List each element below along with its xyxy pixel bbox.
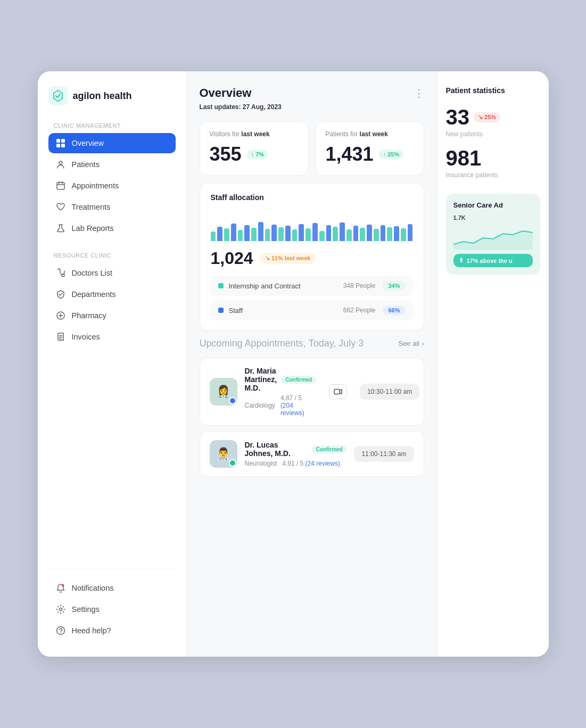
svg-rect-2 <box>61 139 65 143</box>
sidebar-bottom: Notifications Settings Heed help? <box>48 569 176 642</box>
clinic-management-section: Clinic Management Overview Patients <box>48 122 176 239</box>
bar-2 <box>224 228 229 241</box>
bar-9 <box>271 225 277 241</box>
doctor-avatar-1: 👨‍⚕️ <box>210 440 237 468</box>
svg-rect-3 <box>56 144 60 147</box>
appointment-card-1: 👨‍⚕️ Dr. Lucas Johnes, M.D. Confirmed Ne… <box>200 431 424 477</box>
sidebar-item-pharmacy[interactable]: Pharmacy <box>48 305 176 326</box>
new-patients-badge: ↘ 25% <box>474 112 500 122</box>
video-call-button-0[interactable] <box>329 384 347 399</box>
staff-dot <box>218 308 224 313</box>
app-logo-icon <box>48 86 68 105</box>
staff-label: Staff <box>229 307 243 315</box>
doctor-info-0: Dr. Maria Martinez, M.D. Confirmed Cardi… <box>245 367 317 417</box>
question-icon <box>56 626 65 635</box>
doctor-reviews-0[interactable]: (204 reviews) <box>280 402 304 417</box>
sidebar-item-appointments[interactable]: Appointments <box>48 176 176 196</box>
sidebar-item-notifications[interactable]: Notifications <box>48 578 176 598</box>
staff-pct: 66% <box>383 305 405 315</box>
sidebar-item-departments[interactable]: Departments <box>48 284 176 304</box>
bar-4 <box>238 230 243 241</box>
sidebar-pharmacy-label: Pharmacy <box>72 311 106 320</box>
sidebar-item-doctors-list[interactable]: Doctors List <box>48 263 176 283</box>
sidebar-patients-label: Patients <box>72 160 100 169</box>
bar-16 <box>319 231 325 241</box>
logo-area: agilon health <box>48 86 176 105</box>
patients-card: Patients for last week 1,431 ↑ 25% <box>316 121 424 176</box>
appointments-header: Upcoming Appointments, Today, July 3 See… <box>200 338 424 349</box>
sidebar-lab-label: Lab Reports <box>72 224 114 233</box>
doctor-specialty-0: Cardiology <box>245 402 275 409</box>
patients-label: Patients for last week <box>326 130 414 138</box>
senior-care-title: Senior Care Ad <box>453 201 533 209</box>
bar-10 <box>278 227 284 241</box>
bar-28 <box>401 228 406 241</box>
bar-20 <box>346 229 352 241</box>
doctor-info-1: Dr. Lucas Johnes, M.D. Confirmed Neurolo… <box>245 441 347 467</box>
confirmed-badge-0: Confirmed <box>281 376 316 384</box>
allocation-badge: ↘ 11% last week <box>260 253 316 264</box>
bar-6 <box>251 228 257 241</box>
heart-icon <box>56 202 65 212</box>
update-date: 27 Aug, 2023 <box>243 103 282 111</box>
sidebar-item-lab-reports[interactable]: Lab Reports <box>48 218 176 238</box>
more-options-button[interactable]: ⋮ <box>414 87 424 100</box>
new-patients-num: 33 <box>446 105 470 129</box>
app-name: agilon health <box>73 90 132 102</box>
bar-25 <box>381 225 386 241</box>
staff-allocation-card: Staff allocation 1,024 ↘ 11% last week I… <box>200 183 424 330</box>
patient-stats-title: Patient statistics <box>446 86 540 95</box>
visitors-value: 355 ↑ 7% <box>210 143 298 166</box>
sidebar-settings-label: Settings <box>72 605 100 614</box>
sidebar-item-treatments[interactable]: Treatments <box>48 197 176 217</box>
breakdown-internship: Internship and Contract 348 People 34% <box>211 276 413 296</box>
gear-icon <box>56 605 65 614</box>
breakdown-staff: Staff 662 People 66% <box>211 300 413 320</box>
appointments-title: Upcoming Appointments, Today, July 3 <box>200 338 364 349</box>
appointment-time-1: 11:00-11:30 am <box>354 446 414 462</box>
insurance-num: 981 <box>446 146 482 170</box>
visitors-card: Visitors for last week 355 ↑ 7% <box>200 121 308 176</box>
pill-icon <box>56 311 65 320</box>
appointment-card-0: 👩‍⚕️ Dr. Maria Martinez, M.D. Confirmed … <box>200 358 424 426</box>
confirmed-badge-1: Confirmed <box>311 445 346 453</box>
shield-icon <box>56 289 65 299</box>
doctor-name-0: Dr. Maria Martinez, M.D. <box>245 367 277 392</box>
sidebar-item-help[interactable]: Heed help? <box>48 621 176 641</box>
sidebar-item-overview[interactable]: Overview <box>48 133 176 153</box>
patients-badge: ↑ 25% <box>379 150 404 159</box>
bar-26 <box>387 227 392 241</box>
doctor-reviews-1[interactable]: (24 reviews) <box>306 460 340 467</box>
insurance-label: Insurance patients <box>446 171 540 179</box>
sidebar-appointments-label: Appointments <box>72 181 119 190</box>
see-all-button[interactable]: See all › <box>398 340 424 348</box>
sidebar-departments-label: Departments <box>72 290 116 299</box>
bar-18 <box>333 227 338 241</box>
patients-value: 1,431 ↑ 25% <box>326 143 414 166</box>
bar-7 <box>258 222 263 241</box>
avatar-online-indicator <box>229 397 236 404</box>
calendar-icon <box>56 181 65 191</box>
grid-icon <box>56 138 65 148</box>
bar-3 <box>231 224 236 241</box>
sidebar-item-patients[interactable]: Patients <box>48 154 176 175</box>
avatar-online-indicator-1 <box>229 459 236 467</box>
bar-14 <box>306 228 311 241</box>
main-content: Overview ⋮ Last updates: 27 Aug, 2023 Vi… <box>187 71 437 657</box>
last-update: Last updates: 27 Aug, 2023 <box>200 103 424 111</box>
sidebar: agilon health Clinic Management Overview <box>38 71 187 657</box>
sidebar-item-invoices[interactable]: Invoices <box>48 327 176 347</box>
section1-label: Clinic Management <box>48 122 176 129</box>
senior-care-badge: ⬆ 17% above the u <box>453 254 533 267</box>
person-icon <box>56 160 65 169</box>
video-icon-svg <box>334 388 342 395</box>
staff-bar-chart <box>211 209 413 241</box>
bar-11 <box>285 226 291 241</box>
bar-21 <box>353 226 359 241</box>
bar-23 <box>367 225 372 241</box>
internship-dot <box>218 283 224 288</box>
svg-rect-13 <box>334 390 340 394</box>
bar-19 <box>340 222 345 241</box>
sidebar-item-settings[interactable]: Settings <box>48 599 176 619</box>
insurance-patients-stat: 981 Insurance patients <box>446 146 540 179</box>
